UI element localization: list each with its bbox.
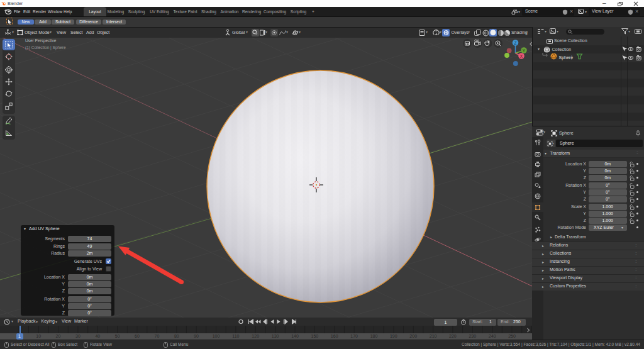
svg-text:X: X [520,54,523,58]
svg-text:Z: Z [514,41,517,45]
svg-text:Y: Y [523,48,526,53]
